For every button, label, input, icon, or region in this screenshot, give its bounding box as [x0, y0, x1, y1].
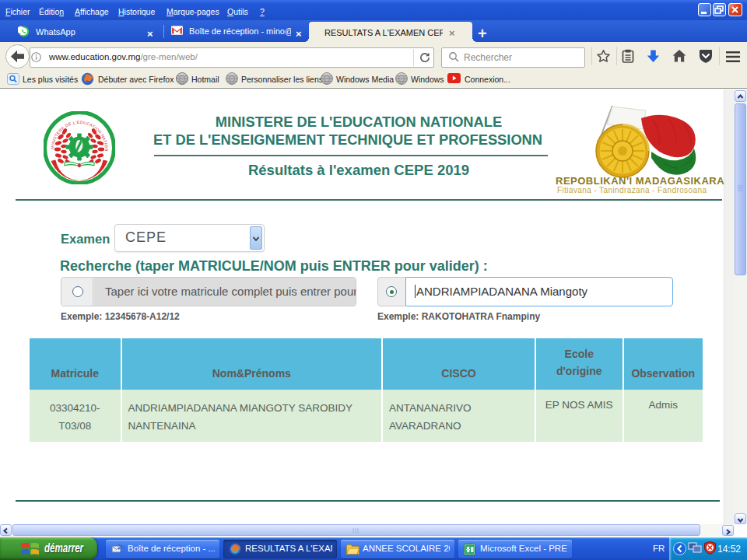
- svg-text:Fitiavana - Tanindrazana - Fan: Fitiavana - Tanindrazana - Fandrosoana: [557, 186, 707, 194]
- svg-text:REPOBLIKAN'I MADAGASIKARA: REPOBLIKAN'I MADAGASIKARA: [556, 175, 724, 187]
